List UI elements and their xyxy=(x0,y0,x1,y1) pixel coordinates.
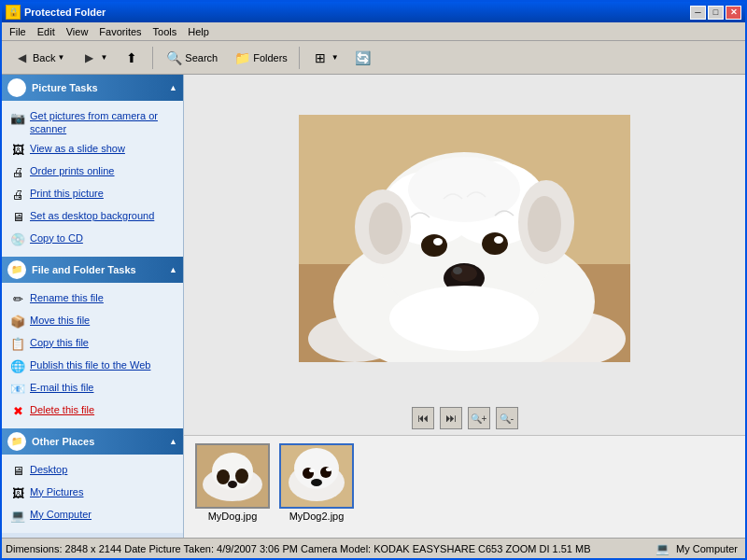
picture-tasks-icon: 🖼 xyxy=(7,78,26,97)
svg-point-21 xyxy=(389,286,539,351)
thumb-mydog-label: MyDog.jpg xyxy=(208,511,258,522)
task-order-prints[interactable]: 🖨 Order prints online xyxy=(6,161,179,184)
svg-point-33 xyxy=(311,479,322,486)
task-get-pictures[interactable]: 📷 Get pictures from camera or scanner xyxy=(6,106,179,139)
title-bar-left: 🔒 Protected Folder xyxy=(6,5,106,20)
image-view-area xyxy=(184,75,745,401)
other-places-body: 🖥 Desktop 🖼 My Pictures 💻 My Computer xyxy=(2,455,183,533)
move-icon: 📦 xyxy=(9,314,26,330)
other-places-label: Other Places xyxy=(32,436,94,447)
menu-view[interactable]: View xyxy=(61,24,94,39)
task-rename[interactable]: ✏ Rename this file xyxy=(6,288,179,311)
status-bar: Dimensions: 2848 x 2144 Date Picture Tak… xyxy=(2,538,745,558)
menu-help[interactable]: Help xyxy=(182,24,215,39)
content-area: 🖼 Picture Tasks ▲ 📷 Get pictures from ca… xyxy=(2,75,745,538)
back-icon: ◀ xyxy=(12,49,31,67)
place-desktop[interactable]: 🖥 Desktop xyxy=(6,460,179,483)
back-label: Back xyxy=(33,52,55,63)
picture-tasks-header-left: 🖼 Picture Tasks xyxy=(7,78,98,97)
task-order-prints-label: Order prints online xyxy=(30,164,115,177)
toolbar: ◀ Back ▼ ▶ ▼ ⬆ 🔍 Search 📁 Folders ⊞ ▼ 🔄 xyxy=(2,41,745,75)
svg-point-25 xyxy=(217,469,230,484)
desktop-bg-icon: 🖥 xyxy=(9,209,26,226)
forward-dropdown-icon[interactable]: ▼ xyxy=(100,53,107,62)
my-computer-icon: 💻 xyxy=(9,508,26,525)
next-image-button[interactable]: ⏭ xyxy=(440,407,462,429)
back-button[interactable]: ◀ Back ▼ xyxy=(6,45,71,71)
svg-point-35 xyxy=(326,468,331,471)
slideshow-icon: 🖼 xyxy=(9,142,26,159)
task-slideshow-label: View as a slide show xyxy=(30,142,125,155)
task-print[interactable]: 🖨 Print this picture xyxy=(6,184,179,206)
task-publish[interactable]: 🌐 Publish this file to the Web xyxy=(6,356,179,378)
views-button[interactable]: ⊞ ▼ xyxy=(304,45,345,71)
task-copy[interactable]: 📋 Copy this file xyxy=(6,333,179,356)
svg-point-27 xyxy=(228,481,237,488)
file-folder-tasks-header-left: 📁 File and Folder Tasks xyxy=(7,260,136,279)
cd-icon: 💿 xyxy=(9,231,26,248)
task-get-pictures-label: Get pictures from camera or scanner xyxy=(30,109,176,136)
views-icon: ⊞ xyxy=(311,49,330,67)
refresh-button[interactable]: 🔄 xyxy=(347,45,379,71)
back-dropdown-icon[interactable]: ▼ xyxy=(57,53,64,62)
menu-bar: File Edit View Favorites Tools Help xyxy=(2,22,745,41)
maximize-button[interactable]: □ xyxy=(708,6,724,20)
task-delete[interactable]: ✖ Delete this file xyxy=(6,400,179,423)
task-copy-cd-label: Copy to CD xyxy=(30,231,83,245)
task-slideshow[interactable]: 🖼 View as a slide show xyxy=(6,139,179,161)
close-button[interactable]: ✕ xyxy=(726,6,741,20)
views-dropdown-icon[interactable]: ▼ xyxy=(331,53,339,62)
picture-tasks-label: Picture Tasks xyxy=(32,82,98,93)
menu-file[interactable]: File xyxy=(4,24,32,39)
menu-favorites[interactable]: Favorites xyxy=(93,24,147,39)
place-my-pictures[interactable]: 🖼 My Pictures xyxy=(6,483,179,505)
task-copy-cd[interactable]: 💿 Copy to CD xyxy=(6,229,179,251)
up-button[interactable]: ⬆ xyxy=(116,45,148,71)
folders-icon: 📁 xyxy=(233,49,251,67)
svg-point-17 xyxy=(494,236,503,244)
search-label: Search xyxy=(185,52,218,63)
task-delete-label: Delete this file xyxy=(30,403,94,416)
svg-point-26 xyxy=(235,469,248,483)
thumb-mydog[interactable]: MyDog.jpg xyxy=(195,443,270,522)
task-publish-label: Publish this file to the Web xyxy=(30,358,150,371)
picture-tasks-chevron: ▲ xyxy=(169,83,177,92)
picture-tasks-section: 🖼 Picture Tasks ▲ 📷 Get pictures from ca… xyxy=(2,75,183,257)
email-icon: 📧 xyxy=(9,381,26,398)
task-email[interactable]: 📧 E-mail this file xyxy=(6,378,179,400)
image-controls: ⏮ ⏭ 🔍+ 🔍- xyxy=(184,401,745,435)
menu-tools[interactable]: Tools xyxy=(148,24,183,39)
picture-tasks-header[interactable]: 🖼 Picture Tasks ▲ xyxy=(2,75,183,101)
copy-icon: 📋 xyxy=(9,336,26,353)
place-my-computer[interactable]: 💻 My Computer xyxy=(6,505,179,527)
other-places-header[interactable]: 📁 Other Places ▲ xyxy=(2,428,183,455)
folders-button[interactable]: 📁 Folders xyxy=(226,45,294,71)
task-email-label: E-mail this file xyxy=(30,381,93,394)
forward-button[interactable]: ▶ ▼ xyxy=(73,45,114,71)
delete-icon: ✖ xyxy=(9,403,26,420)
zoom-out-button[interactable]: 🔍- xyxy=(496,407,518,429)
sidebar: 🖼 Picture Tasks ▲ 📷 Get pictures from ca… xyxy=(2,75,184,538)
file-folder-tasks-header[interactable]: 📁 File and Folder Tasks ▲ xyxy=(2,257,183,283)
thumb-mydog2[interactable]: MyDog2.jpg xyxy=(279,443,354,522)
search-button[interactable]: 🔍 Search xyxy=(158,45,224,71)
search-icon: 🔍 xyxy=(164,49,183,67)
place-my-computer-label: My Computer xyxy=(30,508,92,521)
my-pictures-icon: 🖼 xyxy=(9,485,26,502)
prev-image-button[interactable]: ⏮ xyxy=(412,407,434,429)
file-folder-tasks-chevron: ▲ xyxy=(169,265,177,274)
window-title: Protected Folder xyxy=(24,7,106,18)
place-desktop-label: Desktop xyxy=(30,463,67,476)
main-panel: ⏮ ⏭ 🔍+ 🔍- xyxy=(184,75,745,538)
print-icon: 🖨 xyxy=(9,187,26,203)
toolbar-separator-2 xyxy=(299,47,300,69)
zoom-in-button[interactable]: 🔍+ xyxy=(468,407,490,429)
menu-edit[interactable]: Edit xyxy=(32,24,61,39)
toolbar-separator-1 xyxy=(152,47,153,69)
task-set-desktop[interactable]: 🖥 Set as desktop background xyxy=(6,206,179,229)
svg-point-12 xyxy=(369,203,402,255)
task-copy-label: Copy this file xyxy=(30,336,89,349)
task-move[interactable]: 📦 Move this file xyxy=(6,311,179,333)
minimize-button[interactable]: ─ xyxy=(690,6,706,20)
camera-icon: 📷 xyxy=(9,109,26,126)
